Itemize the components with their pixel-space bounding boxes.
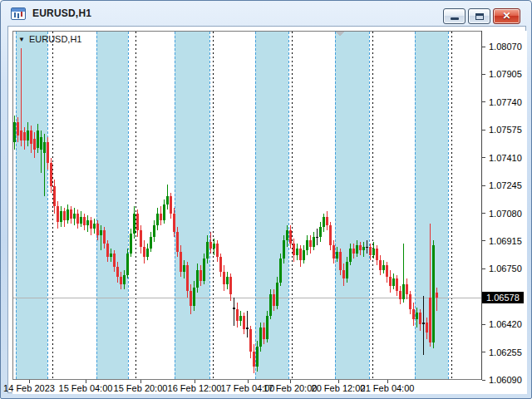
minimize-button[interactable] [443,8,466,24]
price-tick [482,47,485,47]
time-tick-label: 21 Feb 04:00 [361,383,415,393]
price-tick-label: 1.06420 [489,319,522,329]
price-tick [482,268,485,269]
symbol-label-text: EURUSD,H1 [29,34,82,44]
price-tick-label: 1.07245 [489,180,522,190]
time-tick-label: 14 Feb 2023 [3,383,55,393]
window-title: EURUSD,H1 [32,7,91,19]
price-tick [482,240,485,241]
price-tick-label: 1.07080 [489,209,522,219]
price-tick [482,352,485,352]
price-tick [482,185,485,186]
price-tick-label: 1.06750 [489,264,522,273]
maximize-icon [475,13,484,20]
price-tick-label: 1.06915 [489,236,522,246]
time-tick-label: 20 Feb 12:00 [312,383,366,393]
price-tick [482,74,485,75]
price-tick [482,101,485,102]
price-tick-label: 1.06255 [489,347,522,357]
maximize-button[interactable] [468,8,490,24]
price-tick-label: 1.06090 [489,375,522,385]
minimize-icon [451,17,459,20]
price-tick [482,324,485,325]
price-tick-label: 1.07905 [489,69,522,79]
symbol-label: ▼EURUSD,H1 [18,34,82,44]
price-tick [482,130,485,131]
time-tick-label: 15 Feb 04:00 [59,383,113,393]
title-bar[interactable]: EURUSD,H1 ✕ [1,1,531,26]
chevron-down-icon[interactable]: ▼ [18,36,25,43]
time-axis[interactable]: 14 Feb 202315 Feb 04:0015 Feb 20:0016 Fe… [12,380,482,394]
price-tick [482,213,485,214]
price-tick-label: 1.07410 [489,153,522,163]
time-tick-label: 16 Feb 12:00 [168,383,222,393]
price-tick [482,157,485,158]
price-tick-label: 1.07575 [489,125,522,135]
current-price-tag: 1.06578 [482,292,524,303]
chart-client-area: ▼EURUSD,H1 1.080701.079051.077401.075751… [7,26,526,393]
chart-window-icon[interactable] [11,7,26,20]
close-button[interactable]: ✕ [493,8,520,24]
candlestick-chart [12,31,482,380]
price-axis[interactable]: 1.080701.079051.077401.075751.074101.072… [482,31,527,394]
close-icon: ✕ [494,10,520,22]
time-tick-label: 17 Feb 20:00 [264,383,318,393]
price-tick-label: 1.07740 [489,97,522,107]
chart-window: EURUSD,H1 ✕ ▼EURUSD,H1 1.080701.079051.0… [0,0,532,399]
price-tick-label: 1.08070 [489,42,522,52]
time-tick-label: 15 Feb 20:00 [114,383,168,393]
window-controls: ✕ [443,8,520,24]
price-tick [482,380,485,381]
chart-canvas[interactable]: ▼EURUSD,H1 [12,31,482,380]
